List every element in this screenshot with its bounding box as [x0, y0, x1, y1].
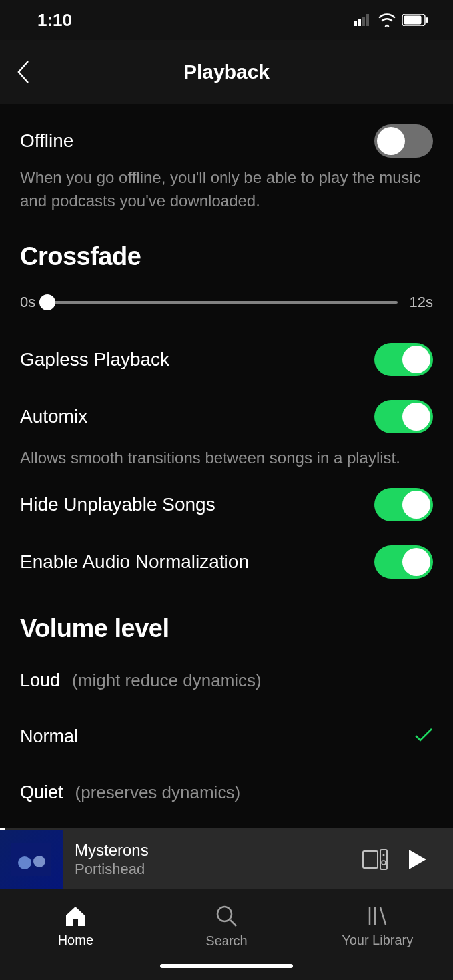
now-playing-title: Mysterons	[75, 841, 348, 859]
cellular-icon	[354, 14, 372, 26]
volume-option-normal[interactable]: Normal	[0, 708, 453, 764]
svg-rect-0	[354, 21, 357, 26]
gapless-label: Gapless Playback	[20, 349, 169, 370]
devices-icon	[362, 848, 388, 871]
volume-option-quiet[interactable]: Quiet (preserves dynamics)	[0, 764, 453, 820]
settings-content: Offline When you go offline, you'll only…	[0, 104, 453, 828]
devices-button[interactable]	[360, 848, 390, 871]
tab-bar: Home Search Your Library	[0, 889, 453, 963]
crossfade-thumb[interactable]	[39, 294, 55, 310]
audio-norm-label: Enable Audio Normalization	[20, 551, 249, 573]
gapless-row: Gapless Playback	[0, 331, 453, 388]
battery-icon	[402, 14, 429, 26]
now-playing-bar[interactable]: Mysterons Portishead	[0, 830, 453, 889]
library-icon	[366, 905, 390, 927]
automix-desc: Allows smooth transitions between songs …	[0, 445, 453, 477]
hide-unplayable-toggle[interactable]	[374, 488, 433, 521]
chevron-left-icon	[16, 60, 31, 84]
tab-label: Home	[58, 933, 93, 948]
header: Playback	[0, 40, 453, 104]
now-playing-artist: Portishead	[75, 861, 348, 878]
crossfade-slider-row: 0s 12s	[0, 280, 453, 331]
svg-point-9	[33, 856, 45, 867]
play-icon	[408, 848, 428, 871]
crossfade-max: 12s	[410, 294, 433, 311]
home-indicator[interactable]	[160, 964, 293, 968]
svg-rect-5	[404, 16, 422, 25]
svg-point-13	[382, 861, 386, 865]
svg-rect-2	[362, 17, 365, 26]
status-icons	[354, 13, 429, 27]
volume-option-loud[interactable]: Loud (might reduce dynamics)	[0, 652, 453, 708]
svg-rect-1	[358, 19, 361, 26]
hide-unplayable-row: Hide Unplayable Songs	[0, 476, 453, 533]
check-icon	[414, 728, 433, 745]
svg-rect-11	[380, 850, 387, 869]
automix-label: Automix	[20, 406, 87, 427]
tab-label: Your Library	[342, 933, 413, 948]
status-time: 1:10	[37, 10, 72, 31]
audio-norm-row: Enable Audio Normalization	[0, 533, 453, 591]
offline-toggle[interactable]	[374, 124, 433, 158]
hide-unplayable-label: Hide Unplayable Songs	[20, 494, 215, 515]
svg-point-12	[383, 854, 385, 856]
play-button[interactable]	[402, 848, 433, 871]
volume-hint: (preserves dynamics)	[75, 782, 241, 803]
svg-rect-10	[363, 851, 378, 868]
search-icon	[215, 904, 238, 928]
offline-label: Offline	[20, 130, 73, 152]
svg-rect-6	[426, 17, 428, 23]
tab-home[interactable]: Home	[0, 905, 151, 948]
svg-line-16	[230, 920, 236, 926]
crossfade-slider[interactable]	[47, 301, 397, 304]
home-indicator-area	[0, 963, 453, 980]
status-bar: 1:10	[0, 0, 453, 40]
volume-hint: (might reduce dynamics)	[72, 670, 262, 691]
home-icon	[63, 905, 87, 927]
tab-label: Search	[205, 933, 247, 949]
svg-point-8	[18, 856, 31, 869]
volume-name: Loud	[20, 670, 60, 691]
crossfade-title: Crossfade	[0, 225, 453, 280]
offline-row: Offline	[0, 111, 453, 162]
audio-norm-toggle[interactable]	[374, 545, 433, 579]
tab-library[interactable]: Your Library	[302, 905, 453, 948]
automix-row: Automix	[0, 388, 453, 445]
svg-point-15	[217, 907, 232, 921]
automix-toggle[interactable]	[374, 400, 433, 433]
offline-desc: When you go offline, you'll only be able…	[0, 162, 453, 225]
wifi-icon	[378, 13, 396, 27]
page-title: Playback	[183, 61, 270, 83]
volume-name: Normal	[20, 726, 78, 747]
back-button[interactable]	[16, 40, 31, 104]
crossfade-min: 0s	[20, 294, 35, 311]
album-art	[0, 830, 63, 889]
volume-name: Quiet	[20, 782, 63, 803]
gapless-toggle[interactable]	[374, 343, 433, 376]
svg-marker-14	[409, 850, 426, 869]
volume-title: Volume level	[0, 591, 453, 652]
svg-rect-3	[366, 14, 369, 26]
svg-rect-7	[11, 843, 51, 876]
tab-search[interactable]: Search	[151, 904, 302, 949]
svg-line-19	[380, 907, 386, 925]
